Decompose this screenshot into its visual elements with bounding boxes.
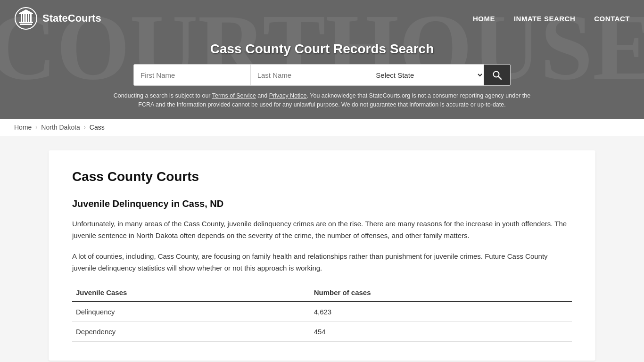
breadcrumb-chevron-2: › [84, 124, 86, 131]
search-section: Cass County Court Records Search Select … [0, 37, 644, 119]
paragraph-2: A lot of counties, including, Cass Count… [72, 250, 572, 274]
svg-rect-6 [28, 14, 29, 22]
search-icon [492, 70, 502, 80]
main-content: Cass County Courts Juvenile Delinquency … [49, 150, 595, 361]
table-header-row: Juvenile Cases Number of cases [72, 284, 572, 302]
first-name-input[interactable] [134, 65, 250, 85]
col-number-of-cases: Number of cases [310, 284, 572, 302]
nav-home[interactable]: HOME [473, 15, 495, 23]
col-juvenile-cases: Juvenile Cases [72, 284, 310, 302]
page-title: Cass County Court Records Search [9, 41, 635, 57]
disclaimer-and: and [256, 92, 269, 99]
breadcrumb-state[interactable]: North Dakota [41, 123, 80, 131]
state-select[interactable]: Select StateAlabamaAlaskaArizonaArkansas… [367, 65, 484, 85]
case-type-cell: Dependency [72, 321, 310, 341]
juvenile-cases-table: Juvenile Cases Number of cases Delinquen… [72, 284, 572, 342]
nav-links: HOME INMATE SEARCH CONTACT [473, 15, 630, 23]
site-header: StateCourts HOME INMATE SEARCH CONTACT C… [0, 0, 644, 119]
logo-text: StateCourts [42, 12, 101, 25]
svg-marker-9 [20, 9, 32, 13]
table-body: Delinquency4,623Dependency454 [72, 302, 572, 342]
last-name-input[interactable] [250, 65, 367, 85]
navbar: StateCourts HOME INMATE SEARCH CONTACT [0, 0, 644, 37]
svg-rect-1 [20, 24, 32, 25]
case-count-cell: 4,623 [310, 302, 572, 322]
svg-rect-3 [21, 14, 22, 22]
svg-rect-8 [19, 13, 33, 14]
logo-icon [14, 7, 38, 30]
site-logo[interactable]: StateCourts [14, 7, 101, 30]
nav-inmate-search[interactable]: INMATE SEARCH [514, 15, 575, 23]
table-row: Dependency454 [72, 321, 572, 341]
svg-line-11 [498, 76, 501, 79]
breadcrumb-county: Cass [90, 123, 105, 131]
search-button[interactable] [484, 65, 510, 85]
county-title: Cass County Courts [72, 169, 572, 184]
breadcrumb: Home › North Dakota › Cass [0, 119, 644, 136]
case-type-cell: Delinquency [72, 302, 310, 322]
table-head: Juvenile Cases Number of cases [72, 284, 572, 302]
privacy-link[interactable]: Privacy Notice [269, 92, 307, 99]
paragraph-1: Unfortunately, in many areas of the Cass… [72, 218, 572, 242]
nav-contact[interactable]: CONTACT [594, 15, 630, 23]
terms-link[interactable]: Terms of Service [212, 92, 256, 99]
section-title: Juvenile Delinquency in Cass, ND [72, 198, 572, 209]
svg-rect-4 [23, 14, 25, 22]
main-content-wrapper: Cass County Courts Juvenile Delinquency … [0, 150, 644, 361]
svg-rect-7 [30, 14, 32, 22]
disclaimer-prefix: Conducting a search is subject to our [114, 92, 212, 99]
svg-rect-2 [19, 22, 33, 23]
svg-rect-5 [25, 14, 27, 22]
search-bar: Select StateAlabamaAlaskaArizonaArkansas… [133, 64, 511, 86]
case-count-cell: 454 [310, 321, 572, 341]
breadcrumb-chevron-1: › [35, 124, 37, 131]
disclaimer: Conducting a search is subject to our Te… [110, 91, 534, 109]
breadcrumb-home[interactable]: Home [14, 123, 32, 131]
table-row: Delinquency4,623 [72, 302, 572, 322]
